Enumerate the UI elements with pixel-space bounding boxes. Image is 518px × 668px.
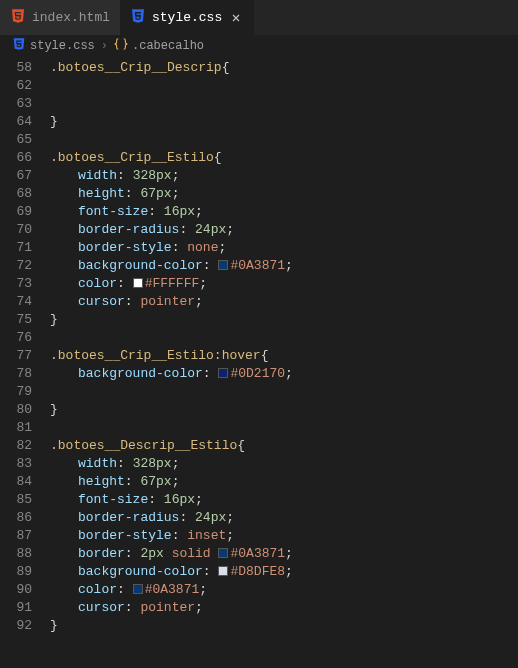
line-number: 70: [0, 221, 32, 239]
line-number: 65: [0, 131, 32, 149]
line-number: 69: [0, 203, 32, 221]
line-number: 75: [0, 311, 32, 329]
code-line[interactable]: border-style: none;: [50, 239, 518, 257]
line-number: 80: [0, 401, 32, 419]
code-line[interactable]: height: 67px;: [50, 473, 518, 491]
line-number: 83: [0, 455, 32, 473]
breadcrumb-file[interactable]: style.css: [30, 39, 95, 53]
line-number: 77: [0, 347, 32, 365]
editor-tabs: index.html style.css: [0, 0, 518, 35]
line-number: 62: [0, 77, 32, 95]
breadcrumb-symbol[interactable]: .cabecalho: [132, 39, 204, 53]
breadcrumb: style.css › .cabecalho: [0, 35, 518, 57]
line-number: 71: [0, 239, 32, 257]
code-line[interactable]: width: 328px;: [50, 167, 518, 185]
line-number: 82: [0, 437, 32, 455]
code-line[interactable]: background-color: #0D2170;: [50, 365, 518, 383]
css3-icon: [12, 37, 26, 55]
line-number-gutter: 5862636465666768697071727374757677787980…: [0, 59, 50, 635]
code-line[interactable]: .botoes__Crip__Estilo{: [50, 149, 518, 167]
line-number: 72: [0, 257, 32, 275]
line-number: 73: [0, 275, 32, 293]
line-number: 74: [0, 293, 32, 311]
line-number: 90: [0, 581, 32, 599]
code-editor[interactable]: 5862636465666768697071727374757677787980…: [0, 57, 518, 635]
html5-icon: [10, 8, 26, 28]
line-number: 58: [0, 59, 32, 77]
code-line[interactable]: }: [50, 113, 518, 131]
code-line[interactable]: }: [50, 311, 518, 329]
code-line[interactable]: width: 328px;: [50, 455, 518, 473]
tab-label: index.html: [32, 10, 110, 25]
code-line[interactable]: .botoes__Descrip__Estilo{: [50, 437, 518, 455]
code-line[interactable]: color: #0A3871;: [50, 581, 518, 599]
code-line[interactable]: [50, 131, 518, 149]
line-number: 64: [0, 113, 32, 131]
code-line[interactable]: }: [50, 401, 518, 419]
line-number: 79: [0, 383, 32, 401]
css3-icon: [130, 8, 146, 28]
line-number: 81: [0, 419, 32, 437]
code-line[interactable]: border-radius: 24px;: [50, 509, 518, 527]
code-line[interactable]: font-size: 16px;: [50, 203, 518, 221]
line-number: 87: [0, 527, 32, 545]
symbol-icon: [114, 37, 128, 55]
tab-index-html[interactable]: index.html: [0, 0, 120, 35]
code-line[interactable]: border-style: inset;: [50, 527, 518, 545]
line-number: 84: [0, 473, 32, 491]
tab-label: style.css: [152, 10, 222, 25]
code-line[interactable]: height: 67px;: [50, 185, 518, 203]
line-number: 86: [0, 509, 32, 527]
line-number: 68: [0, 185, 32, 203]
code-line[interactable]: [50, 419, 518, 437]
code-line[interactable]: }: [50, 617, 518, 635]
line-number: 88: [0, 545, 32, 563]
line-number: 91: [0, 599, 32, 617]
line-number: 89: [0, 563, 32, 581]
line-number: 76: [0, 329, 32, 347]
code-line[interactable]: color: #FFFFFF;: [50, 275, 518, 293]
line-number: 78: [0, 365, 32, 383]
tab-style-css[interactable]: style.css: [120, 0, 254, 35]
line-number: 63: [0, 95, 32, 113]
code-line[interactable]: [50, 95, 518, 113]
code-line[interactable]: [50, 383, 518, 401]
code-line[interactable]: .botoes__Crip__Estilo:hover{: [50, 347, 518, 365]
line-number: 92: [0, 617, 32, 635]
code-line[interactable]: background-color: #D8DFE8;: [50, 563, 518, 581]
code-line[interactable]: .botoes__Crip__Descrip{: [50, 59, 518, 77]
code-line[interactable]: cursor: pointer;: [50, 293, 518, 311]
code-line[interactable]: border-radius: 24px;: [50, 221, 518, 239]
code-line[interactable]: font-size: 16px;: [50, 491, 518, 509]
close-icon[interactable]: [228, 10, 244, 26]
code-line[interactable]: [50, 329, 518, 347]
line-number: 85: [0, 491, 32, 509]
code-line[interactable]: [50, 77, 518, 95]
line-number: 67: [0, 167, 32, 185]
code-content[interactable]: .botoes__Crip__Descrip{}.botoes__Crip__E…: [50, 59, 518, 635]
code-line[interactable]: background-color: #0A3871;: [50, 257, 518, 275]
code-line[interactable]: border: 2px solid #0A3871;: [50, 545, 518, 563]
chevron-right-icon: ›: [99, 39, 110, 53]
code-line[interactable]: cursor: pointer;: [50, 599, 518, 617]
line-number: 66: [0, 149, 32, 167]
